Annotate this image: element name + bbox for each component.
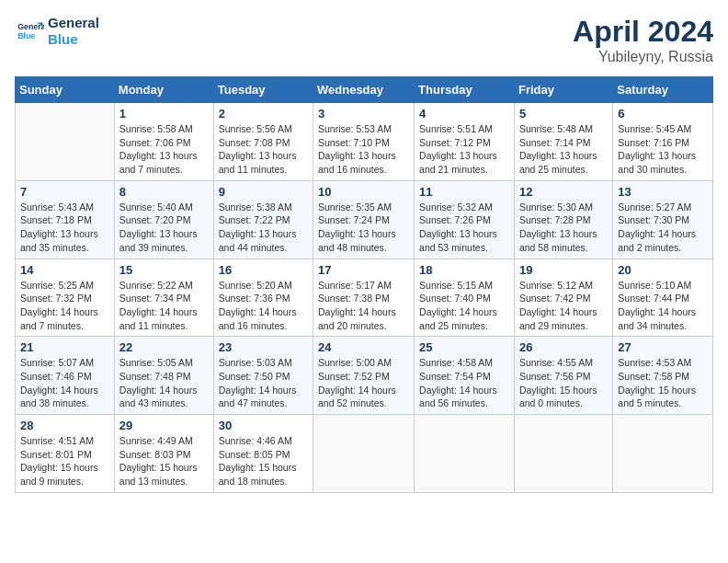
day-number: 3: [318, 107, 409, 121]
week-row-2: 7Sunrise: 5:43 AM Sunset: 7:18 PM Daylig…: [16, 180, 713, 259]
day-number: 14: [20, 263, 109, 277]
day-info: Sunrise: 5:40 AM Sunset: 7:20 PM Dayligh…: [119, 201, 209, 255]
calendar-cell: 15Sunrise: 5:22 AM Sunset: 7:34 PM Dayli…: [114, 259, 213, 337]
day-info: Sunrise: 5:07 AM Sunset: 7:46 PM Dayligh…: [20, 356, 109, 410]
calendar-cell: 6Sunrise: 5:45 AM Sunset: 7:16 PM Daylig…: [613, 103, 713, 181]
calendar-cell: 29Sunrise: 4:49 AM Sunset: 8:03 PM Dayli…: [114, 415, 213, 493]
day-info: Sunrise: 4:55 AM Sunset: 7:56 PM Dayligh…: [519, 356, 608, 410]
day-info: Sunrise: 5:32 AM Sunset: 7:26 PM Dayligh…: [419, 201, 509, 255]
day-number: 22: [119, 340, 209, 354]
day-info: Sunrise: 4:53 AM Sunset: 7:58 PM Dayligh…: [618, 356, 708, 410]
calendar-cell: 13Sunrise: 5:27 AM Sunset: 7:30 PM Dayli…: [613, 180, 713, 259]
day-header-monday: Monday: [114, 77, 213, 103]
day-number: 29: [119, 419, 209, 432]
calendar-cell: 12Sunrise: 5:30 AM Sunset: 7:28 PM Dayli…: [514, 180, 612, 259]
day-number: 19: [519, 263, 608, 277]
day-number: 12: [519, 185, 608, 199]
calendar-cell: 2Sunrise: 5:56 AM Sunset: 7:08 PM Daylig…: [213, 103, 313, 181]
day-number: 17: [318, 263, 409, 277]
day-info: Sunrise: 5:56 AM Sunset: 7:08 PM Dayligh…: [219, 122, 308, 177]
day-info: Sunrise: 5:27 AM Sunset: 7:30 PM Dayligh…: [618, 201, 708, 255]
day-number: 24: [318, 340, 409, 354]
day-header-sunday: Sunday: [16, 77, 115, 103]
calendar-header: SundayMondayTuesdayWednesdayThursdayFrid…: [16, 77, 713, 103]
calendar-cell: 19Sunrise: 5:12 AM Sunset: 7:42 PM Dayli…: [514, 259, 612, 337]
day-info: Sunrise: 4:51 AM Sunset: 8:01 PM Dayligh…: [20, 434, 109, 488]
calendar-cell: 20Sunrise: 5:10 AM Sunset: 7:44 PM Dayli…: [613, 259, 713, 337]
day-info: Sunrise: 4:58 AM Sunset: 7:54 PM Dayligh…: [419, 356, 509, 410]
calendar-cell: 16Sunrise: 5:20 AM Sunset: 7:36 PM Dayli…: [213, 259, 313, 337]
day-number: 21: [20, 340, 109, 354]
day-info: Sunrise: 5:15 AM Sunset: 7:40 PM Dayligh…: [419, 279, 509, 333]
calendar-cell: 26Sunrise: 4:55 AM Sunset: 7:56 PM Dayli…: [514, 337, 612, 415]
day-info: Sunrise: 4:49 AM Sunset: 8:03 PM Dayligh…: [119, 434, 209, 488]
calendar-cell: 14Sunrise: 5:25 AM Sunset: 7:32 PM Dayli…: [16, 259, 115, 337]
day-info: Sunrise: 4:46 AM Sunset: 8:05 PM Dayligh…: [219, 434, 308, 488]
day-number: 13: [618, 185, 708, 199]
calendar-cell: 22Sunrise: 5:05 AM Sunset: 7:48 PM Dayli…: [114, 337, 213, 415]
day-info: Sunrise: 5:05 AM Sunset: 7:48 PM Dayligh…: [119, 356, 209, 410]
day-number: 30: [219, 419, 308, 432]
calendar-cell: 1Sunrise: 5:58 AM Sunset: 7:06 PM Daylig…: [114, 103, 213, 181]
day-number: 2: [219, 107, 308, 121]
logo-text-blue: Blue: [48, 31, 99, 48]
day-number: 27: [618, 340, 708, 354]
logo: General Blue General Blue: [15, 15, 99, 48]
header: General Blue General Blue April 2024 Yub…: [15, 15, 713, 65]
day-info: Sunrise: 5:17 AM Sunset: 7:38 PM Dayligh…: [318, 279, 409, 333]
week-row-4: 21Sunrise: 5:07 AM Sunset: 7:46 PM Dayli…: [16, 337, 713, 415]
week-row-3: 14Sunrise: 5:25 AM Sunset: 7:32 PM Dayli…: [16, 259, 713, 337]
day-header-friday: Friday: [514, 77, 612, 103]
day-number: 11: [419, 185, 509, 199]
calendar-cell: 30Sunrise: 4:46 AM Sunset: 8:05 PM Dayli…: [213, 415, 313, 493]
calendar-cell: 28Sunrise: 4:51 AM Sunset: 8:01 PM Dayli…: [16, 415, 115, 493]
week-row-1: 1Sunrise: 5:58 AM Sunset: 7:06 PM Daylig…: [16, 103, 713, 181]
day-number: 4: [419, 107, 509, 121]
calendar-cell: 10Sunrise: 5:35 AM Sunset: 7:24 PM Dayli…: [313, 180, 415, 259]
calendar-cell: 25Sunrise: 4:58 AM Sunset: 7:54 PM Dayli…: [415, 337, 515, 415]
month-title: April 2024: [573, 15, 713, 49]
day-number: 20: [618, 263, 708, 277]
day-number: 26: [519, 340, 608, 354]
calendar-cell: 11Sunrise: 5:32 AM Sunset: 7:26 PM Dayli…: [415, 180, 515, 259]
day-number: 15: [119, 263, 209, 277]
day-info: Sunrise: 5:12 AM Sunset: 7:42 PM Dayligh…: [519, 279, 608, 333]
day-info: Sunrise: 5:48 AM Sunset: 7:14 PM Dayligh…: [519, 122, 608, 177]
day-number: 8: [119, 185, 209, 199]
day-info: Sunrise: 5:43 AM Sunset: 7:18 PM Dayligh…: [20, 201, 109, 255]
day-number: 9: [219, 185, 308, 199]
day-header-saturday: Saturday: [613, 77, 713, 103]
day-number: 5: [519, 107, 608, 121]
day-info: Sunrise: 5:53 AM Sunset: 7:10 PM Dayligh…: [318, 122, 409, 177]
logo-text-general: General: [48, 15, 99, 31]
day-number: 28: [20, 419, 109, 432]
day-info: Sunrise: 5:03 AM Sunset: 7:50 PM Dayligh…: [219, 356, 308, 410]
calendar-cell: 17Sunrise: 5:17 AM Sunset: 7:38 PM Dayli…: [313, 259, 415, 337]
day-number: 7: [20, 185, 109, 199]
day-info: Sunrise: 5:00 AM Sunset: 7:52 PM Dayligh…: [318, 356, 409, 410]
calendar-cell: [514, 415, 612, 493]
day-info: Sunrise: 5:38 AM Sunset: 7:22 PM Dayligh…: [219, 201, 308, 255]
svg-text:Blue: Blue: [17, 31, 35, 40]
calendar-cell: 27Sunrise: 4:53 AM Sunset: 7:58 PM Dayli…: [613, 337, 713, 415]
calendar-cell: 5Sunrise: 5:48 AM Sunset: 7:14 PM Daylig…: [514, 103, 612, 181]
day-info: Sunrise: 5:51 AM Sunset: 7:12 PM Dayligh…: [419, 122, 509, 177]
calendar-cell: 4Sunrise: 5:51 AM Sunset: 7:12 PM Daylig…: [415, 103, 515, 181]
day-info: Sunrise: 5:35 AM Sunset: 7:24 PM Dayligh…: [318, 201, 409, 255]
day-header-tuesday: Tuesday: [213, 77, 313, 103]
calendar-cell: 18Sunrise: 5:15 AM Sunset: 7:40 PM Dayli…: [415, 259, 515, 337]
day-info: Sunrise: 5:45 AM Sunset: 7:16 PM Dayligh…: [618, 122, 708, 177]
calendar-cell: 3Sunrise: 5:53 AM Sunset: 7:10 PM Daylig…: [313, 103, 415, 181]
day-info: Sunrise: 5:20 AM Sunset: 7:36 PM Dayligh…: [219, 279, 308, 333]
day-number: 6: [618, 107, 708, 121]
day-number: 18: [419, 263, 509, 277]
calendar-table: SundayMondayTuesdayWednesdayThursdayFrid…: [15, 76, 713, 493]
calendar-cell: 21Sunrise: 5:07 AM Sunset: 7:46 PM Dayli…: [16, 337, 115, 415]
calendar-cell: [613, 415, 713, 493]
day-number: 1: [119, 107, 209, 121]
calendar-cell: 24Sunrise: 5:00 AM Sunset: 7:52 PM Dayli…: [313, 337, 415, 415]
title-block: April 2024 Yubileyny, Russia: [573, 15, 713, 65]
calendar-cell: 8Sunrise: 5:40 AM Sunset: 7:20 PM Daylig…: [114, 180, 213, 259]
calendar-cell: 9Sunrise: 5:38 AM Sunset: 7:22 PM Daylig…: [213, 180, 313, 259]
calendar-cell: [16, 103, 115, 181]
